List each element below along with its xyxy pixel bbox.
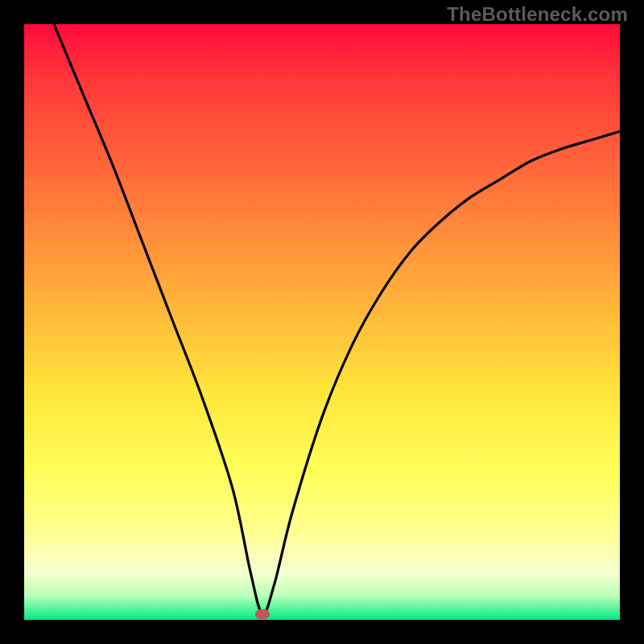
chart-frame: TheBottleneck.com bbox=[0, 0, 644, 644]
optimum-marker bbox=[255, 609, 270, 619]
plot-area bbox=[24, 24, 620, 620]
bottleneck-curve bbox=[54, 24, 620, 614]
curve-svg bbox=[24, 24, 620, 620]
watermark-text: TheBottleneck.com bbox=[447, 3, 628, 26]
